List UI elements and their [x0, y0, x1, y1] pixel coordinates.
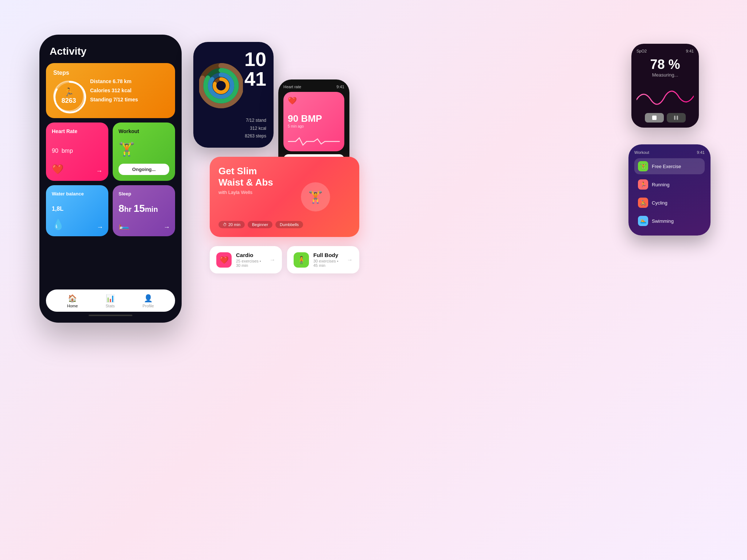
promo-tag-level: Beginner	[248, 221, 272, 228]
watch-hr-header: Heart rate 9:41	[283, 85, 344, 89]
nav-home-label: Home	[67, 304, 78, 308]
nav-profile[interactable]: 👤 Profile	[143, 294, 154, 308]
fullbody-name: Full Body	[313, 252, 342, 258]
watch-hr-bpm: 90 BMP	[288, 113, 340, 124]
heart-arrow-icon: →	[96, 167, 102, 175]
promo-dumbbell-icon: 🏋️	[301, 182, 330, 211]
steps-distance-value: 6.78 km	[113, 78, 131, 84]
watch-hr-ecg	[288, 136, 340, 147]
water-value: 1,8L	[52, 202, 102, 213]
heart-rate-label: Heart Rate	[52, 128, 102, 134]
heart-rate-card[interactable]: Heart Rate 90 bmp ❤️ →	[46, 122, 108, 181]
watch-spo2-value: 78 %	[636, 57, 694, 72]
watch-spo2-time: 9:41	[686, 49, 694, 53]
nav-stats-label: Stats	[106, 304, 115, 308]
cycling-icon: 🚴	[638, 198, 648, 208]
free-exercise-icon: 🏋️	[638, 161, 648, 171]
watch-spo2-status: Measuring...	[636, 72, 694, 78]
steps-circle: 🏃 8263	[53, 81, 84, 112]
watch-spo2-label: SpO2	[636, 49, 647, 53]
sleep-icon: 🛏️	[119, 220, 169, 230]
cycling-label: Cycling	[652, 200, 667, 206]
heart-icon: ❤️	[52, 164, 102, 175]
promo-text: Get Slim Waist & Abs with Layla Wells	[218, 166, 351, 195]
cardio-card[interactable]: ❤️ Cardio 25 exercises • 30 min →	[210, 246, 282, 273]
watch-hr-content: ❤️ 90 BMP 5 min ago	[283, 92, 344, 151]
watch-workout-header: Workout 9:41	[634, 150, 705, 155]
sleep-arrow-icon: →	[163, 223, 170, 231]
nav-stats[interactable]: 📊 Stats	[106, 294, 115, 308]
steps-label: Steps	[53, 70, 69, 76]
watch-hr-time: 9:41	[337, 85, 344, 89]
dumbbell-icon: 🏋️	[119, 141, 135, 157]
spo2-pause-btn[interactable]	[667, 113, 686, 122]
fullbody-sub: 30 exercises • 45 min	[313, 259, 342, 268]
watch-workout: Workout 9:41 🏋️ Free Exercise 🏃 Running …	[628, 144, 711, 236]
fullbody-card[interactable]: 🧍 Full Body 30 exercises • 45 min →	[287, 246, 359, 273]
workout-label: Workout	[119, 128, 139, 134]
promo-tags: ⏱ 20 min Beginner Dumbbells	[218, 221, 351, 228]
water-icon: 💧	[52, 218, 102, 230]
phone-device: Activity Steps 🏃 8263 Distance 6.78 km C…	[39, 35, 182, 323]
bottom-nav: 🏠 Home 📊 Stats 👤 Profile	[46, 289, 175, 312]
sleep-value: 8hr 15min	[119, 203, 169, 214]
fullbody-info: Full Body 30 exercises • 45 min	[313, 252, 342, 268]
promo-card[interactable]: Get Slim Waist & Abs with Layla Wells ⏱ …	[210, 157, 359, 237]
steps-card[interactable]: Steps 🏃 8263 Distance 6.78 km Calories 3…	[46, 63, 175, 118]
promo-instructor: with Layla Wells	[218, 190, 351, 195]
quick-actions: ❤️ Cardio 25 exercises • 30 min → 🧍 Full…	[210, 246, 359, 273]
sleep-label: Sleep	[119, 191, 169, 197]
promo-tag-time: ⏱ 20 min	[218, 221, 245, 228]
phone-title: Activity	[50, 46, 171, 57]
pause-icon	[674, 116, 678, 120]
stats-icon: 📊	[106, 294, 115, 303]
sleep-card[interactable]: Sleep 8hr 15min 🛏️ →	[113, 185, 175, 236]
running-icon: 🏃	[638, 179, 648, 190]
workout-status-btn[interactable]: Ongoing...	[119, 164, 169, 175]
swimming-icon: 🏊	[638, 216, 648, 226]
workout-swimming[interactable]: 🏊 Swimming	[634, 213, 705, 229]
steps-stats: Distance 6.78 km Calories 312 kcal Stand…	[90, 77, 138, 105]
workout-card[interactable]: Workout 🏋️ Ongoing...	[113, 122, 175, 181]
profile-icon: 👤	[144, 294, 153, 303]
workout-cycling[interactable]: 🚴 Cycling	[634, 195, 705, 211]
cardio-info: Cardio 25 exercises • 30 min	[236, 252, 265, 268]
fullbody-arrow-icon: →	[347, 257, 353, 263]
water-arrow-icon: →	[97, 223, 103, 231]
watch-workout-time: 9:41	[697, 150, 705, 155]
spo2-stop-btn[interactable]	[645, 113, 664, 122]
free-exercise-label: Free Exercise	[652, 164, 681, 169]
watch-spo2-controls	[636, 113, 694, 122]
steps-standing-label: Standing	[90, 97, 112, 102]
nav-home[interactable]: 🏠 Home	[67, 294, 78, 308]
workout-running[interactable]: 🏃 Running	[634, 176, 705, 192]
watch-hr-ago: 5 min ago	[288, 124, 340, 128]
watch-rings-stats: 7/12 stand 312 kcal 8263 steps	[201, 117, 266, 140]
watch-hr-heart-icon: ❤️	[288, 96, 340, 105]
cardio-icon: ❤️	[216, 252, 232, 268]
cardio-arrow-icon: →	[270, 257, 275, 263]
watch-spo2-wave	[636, 78, 694, 110]
phone-cards: Steps 🏃 8263 Distance 6.78 km Calories 3…	[46, 63, 175, 285]
swimming-label: Swimming	[652, 218, 674, 224]
home-indicator	[89, 315, 132, 316]
promo-title: Get Slim Waist & Abs	[218, 166, 351, 188]
watch-workout-label: Workout	[634, 150, 649, 155]
watch-spo2: SpO2 9:41 78 % Measuring...	[631, 44, 699, 128]
workout-free-exercise[interactable]: 🏋️ Free Exercise	[634, 158, 705, 174]
heart-workout-row: Heart Rate 90 bmp ❤️ → Workout 🏋️ Ongoin…	[46, 122, 175, 181]
promo-tag-equipment: Dumbbells	[275, 221, 303, 228]
steps-calories-value: 312 kcal	[112, 88, 132, 93]
heart-rate-value: 90 bmp	[52, 142, 102, 156]
cardio-sub: 25 exercises • 30 min	[236, 259, 265, 268]
stop-icon	[652, 116, 657, 120]
water-card[interactable]: Water balance 1,8L 💧 →	[46, 185, 108, 236]
home-icon: 🏠	[68, 294, 77, 303]
nav-profile-label: Profile	[143, 304, 154, 308]
watch-rings: 10 41 7/12 stand 312 kcal 8263 steps	[193, 42, 274, 148]
steps-distance-label: Distance	[90, 78, 111, 84]
watch-hr-label: Heart rate	[283, 85, 301, 89]
water-sleep-row: Water balance 1,8L 💧 → Sleep 8hr 15min 🛏…	[46, 185, 175, 236]
watch-spo2-header: SpO2 9:41	[636, 49, 694, 53]
water-label: Water balance	[52, 191, 102, 197]
